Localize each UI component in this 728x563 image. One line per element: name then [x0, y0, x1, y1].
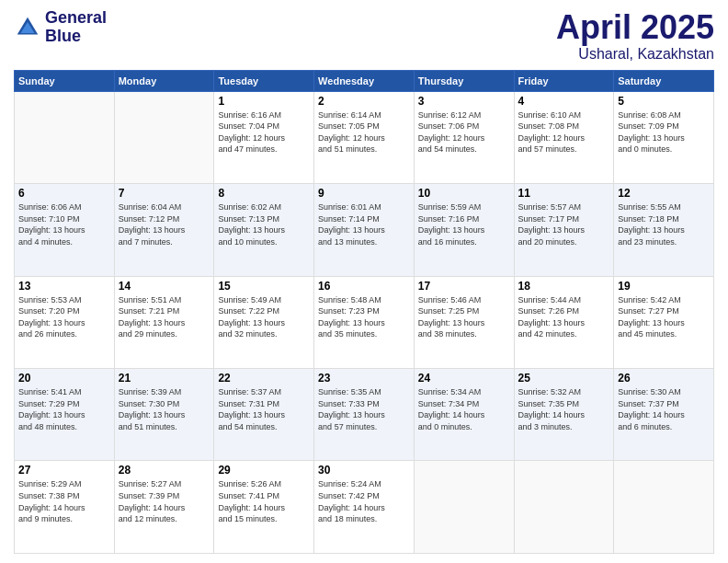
day-info: Sunrise: 6:01 AM Sunset: 7:14 PM Dayligh… — [318, 201, 410, 247]
calendar-day — [614, 461, 714, 554]
day-info: Sunrise: 6:04 AM Sunset: 7:12 PM Dayligh… — [119, 201, 210, 247]
day-number: 26 — [618, 372, 710, 385]
day-header-monday: Monday — [114, 70, 214, 91]
day-number: 4 — [518, 95, 610, 108]
calendar-day: 7Sunrise: 6:04 AM Sunset: 7:12 PM Daylig… — [114, 184, 214, 276]
day-number: 30 — [318, 464, 410, 477]
day-info: Sunrise: 5:29 AM Sunset: 7:38 PM Dayligh… — [18, 478, 110, 524]
day-info: Sunrise: 6:14 AM Sunset: 7:05 PM Dayligh… — [318, 109, 410, 155]
day-info: Sunrise: 5:34 AM Sunset: 7:34 PM Dayligh… — [418, 386, 510, 432]
calendar-day — [15, 91, 115, 183]
calendar-day: 13Sunrise: 5:53 AM Sunset: 7:20 PM Dayli… — [15, 276, 115, 368]
day-info: Sunrise: 5:35 AM Sunset: 7:33 PM Dayligh… — [318, 386, 410, 432]
calendar-day: 19Sunrise: 5:42 AM Sunset: 7:27 PM Dayli… — [614, 276, 714, 368]
day-number: 9 — [318, 187, 410, 200]
page: General Blue April 2025 Usharal, Kazakhs… — [0, 0, 728, 563]
day-info: Sunrise: 5:32 AM Sunset: 7:35 PM Dayligh… — [518, 386, 610, 432]
day-number: 7 — [119, 187, 210, 200]
logo-line2: Blue — [45, 28, 107, 46]
day-number: 27 — [18, 464, 110, 477]
calendar-day: 1Sunrise: 6:16 AM Sunset: 7:04 PM Daylig… — [214, 91, 314, 183]
calendar-day: 23Sunrise: 5:35 AM Sunset: 7:33 PM Dayli… — [314, 369, 415, 461]
logo-line1: General — [45, 9, 107, 28]
day-number: 21 — [119, 372, 210, 385]
day-info: Sunrise: 5:51 AM Sunset: 7:21 PM Dayligh… — [119, 294, 210, 340]
day-info: Sunrise: 6:10 AM Sunset: 7:08 PM Dayligh… — [518, 109, 610, 155]
day-header-saturday: Saturday — [614, 70, 714, 91]
calendar-day: 6Sunrise: 6:06 AM Sunset: 7:10 PM Daylig… — [15, 184, 115, 276]
day-header-tuesday: Tuesday — [214, 70, 314, 91]
day-info: Sunrise: 5:46 AM Sunset: 7:25 PM Dayligh… — [418, 294, 510, 340]
calendar-week-4: 20Sunrise: 5:41 AM Sunset: 7:29 PM Dayli… — [15, 369, 714, 461]
day-info: Sunrise: 5:27 AM Sunset: 7:39 PM Dayligh… — [119, 478, 210, 524]
logo-text: General Blue — [45, 9, 107, 46]
day-info: Sunrise: 5:48 AM Sunset: 7:23 PM Dayligh… — [318, 294, 410, 340]
calendar-day: 9Sunrise: 6:01 AM Sunset: 7:14 PM Daylig… — [314, 184, 415, 276]
day-info: Sunrise: 6:08 AM Sunset: 7:09 PM Dayligh… — [618, 109, 710, 155]
day-number: 6 — [18, 187, 110, 200]
day-header-wednesday: Wednesday — [314, 70, 415, 91]
calendar-week-2: 6Sunrise: 6:06 AM Sunset: 7:10 PM Daylig… — [15, 184, 714, 276]
day-number: 3 — [418, 95, 510, 108]
day-header-thursday: Thursday — [414, 70, 514, 91]
calendar-day: 12Sunrise: 5:55 AM Sunset: 7:18 PM Dayli… — [614, 184, 714, 276]
calendar-day: 16Sunrise: 5:48 AM Sunset: 7:23 PM Dayli… — [314, 276, 415, 368]
calendar-week-5: 27Sunrise: 5:29 AM Sunset: 7:38 PM Dayli… — [15, 461, 714, 554]
calendar-table: SundayMondayTuesdayWednesdayThursdayFrid… — [14, 70, 714, 554]
day-info: Sunrise: 6:16 AM Sunset: 7:04 PM Dayligh… — [218, 109, 310, 155]
calendar-day: 8Sunrise: 6:02 AM Sunset: 7:13 PM Daylig… — [214, 184, 314, 276]
calendar-week-3: 13Sunrise: 5:53 AM Sunset: 7:20 PM Dayli… — [15, 276, 714, 368]
day-info: Sunrise: 6:02 AM Sunset: 7:13 PM Dayligh… — [218, 201, 310, 247]
calendar-day — [414, 461, 514, 554]
day-info: Sunrise: 6:06 AM Sunset: 7:10 PM Dayligh… — [18, 201, 110, 247]
calendar-day — [114, 91, 214, 183]
day-info: Sunrise: 5:49 AM Sunset: 7:22 PM Dayligh… — [218, 294, 310, 340]
calendar-day: 3Sunrise: 6:12 AM Sunset: 7:06 PM Daylig… — [414, 91, 514, 183]
day-number: 2 — [318, 95, 410, 108]
day-info: Sunrise: 5:44 AM Sunset: 7:26 PM Dayligh… — [518, 294, 610, 340]
calendar-day: 28Sunrise: 5:27 AM Sunset: 7:39 PM Dayli… — [114, 461, 214, 554]
day-info: Sunrise: 5:39 AM Sunset: 7:30 PM Dayligh… — [119, 386, 210, 432]
day-number: 28 — [119, 464, 210, 477]
calendar-day: 20Sunrise: 5:41 AM Sunset: 7:29 PM Dayli… — [15, 369, 115, 461]
day-info: Sunrise: 5:41 AM Sunset: 7:29 PM Dayligh… — [18, 386, 110, 432]
day-info: Sunrise: 5:42 AM Sunset: 7:27 PM Dayligh… — [618, 294, 710, 340]
day-info: Sunrise: 5:26 AM Sunset: 7:41 PM Dayligh… — [218, 478, 310, 524]
calendar-day: 14Sunrise: 5:51 AM Sunset: 7:21 PM Dayli… — [114, 276, 214, 368]
calendar-week-1: 1Sunrise: 6:16 AM Sunset: 7:04 PM Daylig… — [15, 91, 714, 183]
day-number: 25 — [518, 372, 610, 385]
day-number: 12 — [618, 187, 710, 200]
calendar-header-row: SundayMondayTuesdayWednesdayThursdayFrid… — [15, 70, 714, 91]
day-number: 24 — [418, 372, 510, 385]
day-number: 19 — [618, 280, 710, 293]
day-number: 14 — [119, 280, 210, 293]
calendar-day: 21Sunrise: 5:39 AM Sunset: 7:30 PM Dayli… — [114, 369, 214, 461]
day-number: 1 — [218, 95, 310, 108]
calendar-day: 11Sunrise: 5:57 AM Sunset: 7:17 PM Dayli… — [514, 184, 614, 276]
calendar-day: 2Sunrise: 6:14 AM Sunset: 7:05 PM Daylig… — [314, 91, 415, 183]
location: Usharal, Kazakhstan — [556, 46, 714, 63]
calendar-day: 25Sunrise: 5:32 AM Sunset: 7:35 PM Dayli… — [514, 369, 614, 461]
day-number: 10 — [418, 187, 510, 200]
day-info: Sunrise: 5:59 AM Sunset: 7:16 PM Dayligh… — [418, 201, 510, 247]
logo-icon — [14, 14, 41, 41]
day-number: 29 — [218, 464, 310, 477]
month-title: April 2025 — [556, 9, 714, 46]
day-info: Sunrise: 5:55 AM Sunset: 7:18 PM Dayligh… — [618, 201, 710, 247]
calendar-day: 30Sunrise: 5:24 AM Sunset: 7:42 PM Dayli… — [314, 461, 415, 554]
calendar-day: 17Sunrise: 5:46 AM Sunset: 7:25 PM Dayli… — [414, 276, 514, 368]
title-block: April 2025 Usharal, Kazakhstan — [556, 9, 714, 63]
calendar-day: 18Sunrise: 5:44 AM Sunset: 7:26 PM Dayli… — [514, 276, 614, 368]
day-info: Sunrise: 5:57 AM Sunset: 7:17 PM Dayligh… — [518, 201, 610, 247]
day-number: 15 — [218, 280, 310, 293]
calendar-day — [514, 461, 614, 554]
day-info: Sunrise: 5:30 AM Sunset: 7:37 PM Dayligh… — [618, 386, 710, 432]
calendar-day: 26Sunrise: 5:30 AM Sunset: 7:37 PM Dayli… — [614, 369, 714, 461]
day-number: 18 — [518, 280, 610, 293]
day-number: 20 — [18, 372, 110, 385]
calendar-day: 15Sunrise: 5:49 AM Sunset: 7:22 PM Dayli… — [214, 276, 314, 368]
day-info: Sunrise: 5:37 AM Sunset: 7:31 PM Dayligh… — [218, 386, 310, 432]
calendar-day: 24Sunrise: 5:34 AM Sunset: 7:34 PM Dayli… — [414, 369, 514, 461]
day-number: 11 — [518, 187, 610, 200]
day-header-friday: Friday — [514, 70, 614, 91]
